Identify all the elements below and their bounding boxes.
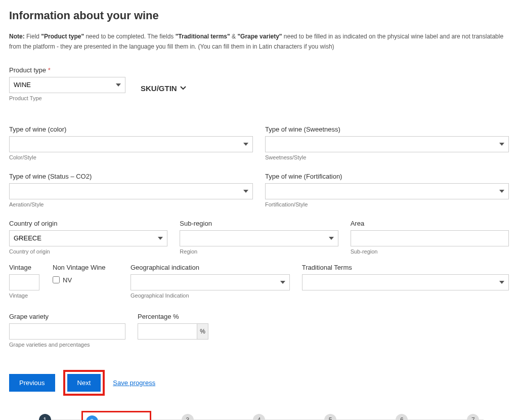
vintage-input[interactable]: [9, 274, 39, 290]
step-2-highlight: 2 Information about your wine: [81, 411, 151, 420]
step-1[interactable]: 1 General information: [9, 414, 80, 420]
step-3[interactable]: 3 Wine ingredients: [152, 414, 223, 420]
type-color-label: Type of wine (color): [9, 125, 253, 133]
type-color-field: Type of wine (color) Color/Style: [9, 125, 253, 160]
country-select[interactable]: GREECE: [9, 230, 167, 246]
step-2[interactable]: 2 Information about your wine: [80, 414, 152, 420]
type-status-select[interactable]: [9, 183, 253, 199]
step-6-circle: 6: [396, 414, 408, 420]
country-label: Country of origin: [9, 220, 167, 227]
step-5-circle: 5: [324, 414, 336, 420]
grape-field: Grape variety Grape varieties and percen…: [9, 313, 125, 348]
previous-button[interactable]: Previous: [9, 374, 55, 392]
area-input[interactable]: [351, 230, 509, 246]
step-2-circle: 2: [86, 415, 98, 420]
area-field: Area Sub-region: [351, 220, 509, 255]
type-color-helper: Color/Style: [9, 154, 253, 160]
type-status-field: Type of wine (Status – CO2) Aeration/Sty…: [9, 173, 253, 207]
type-color-select[interactable]: [9, 136, 253, 152]
country-field: Country of origin GREECE Country of orig…: [9, 220, 167, 255]
step-3-circle: 3: [182, 414, 194, 420]
subregion-field: Sub-region Region: [180, 220, 338, 255]
type-sweetness-field: Type of wine (Sweetness) Sweetness/Style: [265, 125, 509, 160]
type-sweetness-helper: Sweetness/Style: [265, 154, 509, 160]
vintage-helper: Vintage: [9, 292, 40, 299]
sku-gtin-toggle[interactable]: SKU/GTIN: [141, 84, 186, 93]
geo-helper: Geographical Indication: [131, 292, 290, 299]
area-helper: Sub-region: [351, 248, 509, 255]
subregion-label: Sub-region: [180, 220, 338, 227]
step-6[interactable]: 6 Packaging: [366, 414, 438, 420]
type-fort-field: Type of wine (Fortification) Fortificati…: [265, 173, 509, 207]
grape-input[interactable]: [9, 323, 125, 340]
type-status-label: Type of wine (Status – CO2): [9, 173, 253, 180]
geo-select[interactable]: [131, 274, 290, 290]
grape-label: Grape variety: [9, 313, 125, 320]
next-button[interactable]: Next: [67, 374, 101, 392]
subregion-select[interactable]: [180, 230, 338, 246]
type-fort-select[interactable]: [265, 183, 509, 199]
trad-label: Traditional Terms: [302, 264, 509, 271]
type-sweetness-select[interactable]: [265, 136, 509, 152]
grape-helper: Grape varieties and percentages: [9, 342, 125, 348]
vintage-label: Vintage: [9, 264, 40, 271]
chevron-down-icon: [180, 85, 186, 91]
step-5[interactable]: 5 Nutritional declaration: [295, 414, 366, 420]
step-4[interactable]: 4 Technical Facts: [223, 414, 294, 420]
subregion-helper: Region: [180, 248, 338, 255]
product-type-field: Product type * WINE Product Type: [9, 66, 125, 101]
trad-select[interactable]: [302, 274, 509, 290]
geo-field: Geographical indication Geographical Ind…: [131, 264, 290, 299]
type-fort-label: Type of wine (Fortification): [265, 173, 509, 180]
pct-field: Percentage % %: [138, 313, 208, 348]
step-7[interactable]: 7 Other information: [438, 414, 509, 420]
type-fort-helper: Fortification/Style: [265, 201, 509, 207]
nv-checkbox-label[interactable]: NV: [53, 276, 118, 284]
product-type-label: Product type *: [9, 66, 125, 74]
pct-input[interactable]: [138, 323, 197, 340]
geo-label: Geographical indication: [131, 264, 290, 271]
vintage-field: Vintage Vintage: [9, 264, 40, 299]
save-progress-link[interactable]: Save progress: [113, 379, 155, 387]
note-text: Note: Field "Product type" need to be co…: [9, 31, 509, 52]
product-type-select[interactable]: WINE: [9, 77, 125, 93]
nv-block: Non Vintage Wine NV: [53, 264, 118, 284]
page-title: Information about your wine: [9, 9, 509, 22]
type-sweetness-label: Type of wine (Sweetness): [265, 125, 509, 133]
type-status-helper: Aeration/Style: [9, 201, 253, 207]
next-button-highlight: Next: [63, 370, 105, 396]
pct-label: Percentage %: [138, 313, 208, 320]
stepper: 1 General information 2 Information abou…: [9, 414, 509, 420]
area-label: Area: [351, 220, 509, 227]
country-helper: Country of origin: [9, 248, 167, 255]
nv-label: Non Vintage Wine: [53, 264, 118, 271]
pct-suffix: %: [197, 323, 208, 340]
product-type-helper: Product Type: [9, 95, 125, 101]
step-7-circle: 7: [467, 414, 479, 420]
trad-field: Traditional Terms: [302, 264, 509, 290]
step-4-circle: 4: [253, 414, 265, 420]
step-1-circle: 1: [39, 414, 51, 420]
nv-checkbox[interactable]: [53, 276, 60, 283]
